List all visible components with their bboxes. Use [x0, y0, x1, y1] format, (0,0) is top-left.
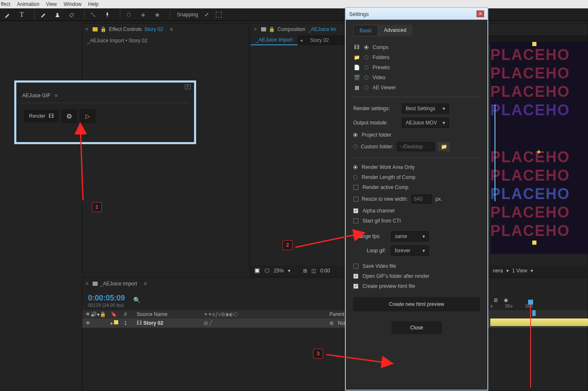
stamp-tool-icon[interactable] [52, 10, 62, 20]
render-button[interactable]: Render 🎞 [24, 110, 59, 122]
time-ruler[interactable]: s 05s 06s [490, 301, 588, 311]
alpha-channel-option[interactable]: ✓Alpha channel [353, 206, 480, 216]
save-video-option[interactable]: Save Video file [353, 261, 480, 271]
create-new-preview-button[interactable]: Create new html preview [353, 297, 480, 311]
radio-icon[interactable] [364, 45, 368, 49]
camera-label[interactable]: nera [493, 268, 503, 274]
chevron-down-icon[interactable]: ▾ [506, 268, 509, 274]
current-time-indicator[interactable] [530, 300, 531, 388]
eye-column-icon[interactable]: 👁🔊●🔒 [82, 311, 107, 317]
browse-folder-button[interactable]: 📁 [438, 142, 450, 151]
panel-title-link[interactable]: Story 02 [145, 26, 163, 32]
start-cti-option[interactable]: Start gif from CTI [353, 216, 480, 226]
snapping-label[interactable]: Snapping [177, 12, 198, 18]
magnify-icon[interactable]: 🔲 [254, 268, 260, 274]
resize-row[interactable]: Resize to new width: px. [353, 192, 480, 206]
radio-icon[interactable] [353, 145, 357, 149]
hamburger-icon[interactable]: ≡ [144, 281, 147, 287]
close-tab-icon[interactable]: × [254, 26, 257, 32]
composition-viewer[interactable]: PLACEHO PLACEHO PLACEHO PLACEHO PLACEHO … [490, 42, 588, 254]
custom-folder-row[interactable]: Custom folder: 📁 [353, 140, 480, 153]
chevron-down-icon[interactable]: ▾ [288, 268, 290, 274]
grid-icon[interactable]: 🖵 [264, 268, 269, 274]
hamburger-icon[interactable]: ≡ [170, 26, 173, 32]
snap-center-icon[interactable] [216, 12, 222, 18]
create-preview-option[interactable]: ✓Create preview html file [353, 281, 480, 291]
roto-tool-icon[interactable] [88, 10, 98, 20]
open-folder-option[interactable]: ✓Open GIF's folder after render [353, 271, 480, 281]
bbox-handle[interactable] [532, 42, 536, 46]
search-icon[interactable]: 🔍 [133, 297, 140, 303]
eraser-tool-icon[interactable] [67, 10, 77, 20]
change-fps-select[interactable]: same▾ [391, 231, 429, 241]
effect-controls-tab[interactable]: × 🔒 Effect Controls Story 02 ≡ [82, 23, 248, 35]
lock-icon[interactable]: 🔒 [269, 26, 275, 32]
output-module-select[interactable]: AEJuice MOV▾ [402, 118, 449, 128]
checkbox-icon[interactable] [353, 264, 358, 269]
menu-help[interactable]: Help [88, 1, 98, 7]
close-button[interactable]: Close [391, 321, 442, 334]
axis-local-icon[interactable]: ⬡ [124, 10, 134, 20]
render-settings-select[interactable]: Best Settings▾ [402, 104, 449, 114]
menu-window[interactable]: Window [64, 1, 82, 7]
settings-titlebar[interactable]: Settings ✕ [346, 8, 487, 20]
axis-world-icon[interactable]: ◈ [138, 10, 148, 20]
pin-tool-icon[interactable] [102, 10, 112, 20]
resolution-icon[interactable]: ⊞ [303, 268, 307, 274]
checkbox-icon[interactable] [353, 185, 358, 190]
pen-tool-icon[interactable] [3, 10, 13, 20]
lock-icon[interactable]: 🔒 [100, 26, 106, 32]
comp-tab-story02[interactable]: Story 02 [305, 35, 334, 45]
radio-icon[interactable] [364, 65, 368, 70]
bbox-handle[interactable] [532, 241, 536, 245]
hamburger-icon[interactable]: ≡ [54, 93, 57, 98]
checkbox-icon[interactable]: ✓ [353, 274, 358, 279]
custom-folder-input[interactable] [397, 142, 435, 151]
text-tool-icon[interactable]: T [17, 10, 27, 20]
pickwhip-icon[interactable]: ⊚ [329, 320, 338, 326]
twirl-icon[interactable]: ▸ [111, 320, 113, 326]
chevron-down-icon[interactable]: ▾ [531, 268, 533, 274]
type-comps[interactable]: 🎞Comps [353, 42, 480, 52]
project-folder-option[interactable]: Project folder [353, 130, 480, 140]
layer-name[interactable]: Story 02 [143, 320, 163, 326]
play-button[interactable]: ▷ [80, 109, 96, 123]
resize-input[interactable] [411, 194, 432, 204]
render-length-option[interactable]: Render Length of Comp [353, 172, 480, 182]
type-folders[interactable]: 📁Folders [353, 52, 480, 62]
type-presets[interactable]: 📄Presets [353, 62, 480, 73]
timeline-tab[interactable]: × _AEJuice Import ≡ [82, 278, 588, 290]
render-work-area-option[interactable]: Render Work Area Only [353, 162, 480, 172]
type-aeviewer[interactable]: ▦AE Viewer [353, 83, 480, 93]
checkbox-icon[interactable]: ✓ [353, 284, 358, 289]
checkbox-icon[interactable] [353, 197, 358, 202]
panel-title-link[interactable]: _AEJuice Im [308, 26, 336, 32]
radio-icon[interactable] [364, 85, 368, 90]
mask-icon[interactable]: ◫ [311, 268, 316, 274]
tab-basic[interactable]: Basic [353, 25, 378, 36]
radio-icon[interactable] [364, 75, 368, 80]
view-count[interactable]: 1 View [512, 268, 527, 274]
radio-icon[interactable] [353, 133, 357, 137]
tab-advanced[interactable]: Advanced [378, 25, 412, 36]
zoom-value[interactable]: 25% [274, 268, 284, 274]
close-tab-icon[interactable]: × [85, 281, 88, 287]
checkbox-icon[interactable]: ✓ [353, 208, 358, 213]
radio-icon[interactable] [353, 165, 357, 169]
render-active-option[interactable]: Render active Comp [353, 182, 480, 192]
chevron-left-icon[interactable]: ◂ [298, 37, 305, 43]
anchor-point-icon[interactable]: ✦ [536, 148, 542, 157]
type-video[interactable]: 🎬Video [353, 73, 480, 83]
layer-bar[interactable] [490, 318, 588, 326]
axis-view-icon[interactable]: ◉ [152, 10, 162, 20]
close-icon[interactable]: × [185, 84, 191, 89]
menu-effect[interactable]: ffect [1, 1, 10, 7]
menu-view[interactable]: View [46, 1, 57, 7]
radio-icon[interactable] [353, 175, 357, 179]
close-tab-icon[interactable]: × [85, 26, 88, 32]
menu-animation[interactable]: Animation [17, 1, 39, 7]
close-icon[interactable]: ✕ [477, 10, 484, 17]
settings-button[interactable]: ⚙ [61, 109, 77, 123]
checkbox-icon[interactable] [353, 218, 358, 223]
comp-tab-aejuice[interactable]: _AEJuice Import [251, 35, 298, 45]
